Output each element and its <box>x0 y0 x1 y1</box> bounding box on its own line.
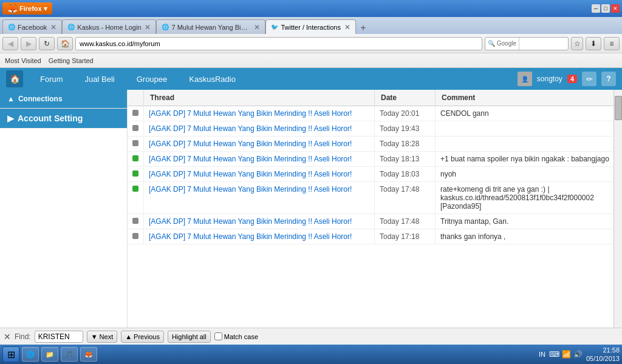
scrollbar-thumb[interactable] <box>615 96 622 120</box>
find-close-button[interactable]: ✕ <box>4 332 11 342</box>
table-row: [AGAK DP] 7 Mulut Hewan Yang Bikin Merin… <box>128 229 622 244</box>
row-thread-cell: [AGAK DP] 7 Mulut Hewan Yang Bikin Merin… <box>144 121 375 136</box>
scrollbar-track[interactable] <box>613 90 622 328</box>
thread-link[interactable]: [AGAK DP] 7 Mulut Hewan Yang Bikin Merin… <box>149 109 352 118</box>
thread-table: Thread Date Comment [AGAK DP] 7 Mulut He… <box>128 90 622 244</box>
kaskus-home-button[interactable]: 🏠 <box>6 70 23 87</box>
taskbar-lang: IN <box>539 351 545 358</box>
row-thread-cell: [AGAK DP] 7 Mulut Hewan Yang Bikin Merin… <box>144 167 375 182</box>
row-indicator-icon <box>132 140 138 146</box>
taskbar: ⊞ 🌐 📁 🎵 🦊 IN ⌨ 📶 🔊 21:58 05/10/2013 <box>0 345 622 364</box>
nav-bar: ◀ ▶ ↻ 🏠 🔍 Google ☆ ⬇ ≡ <box>0 34 622 53</box>
row-indicator-icon <box>132 155 138 161</box>
tab-facebook[interactable]: 🌐 Facebook ✕ <box>2 19 62 34</box>
download-button[interactable]: ⬇ <box>586 37 601 50</box>
tab-kaskus[interactable]: 🌐 Kaskus - Home Login ✕ <box>62 19 156 34</box>
row-indicator-icon <box>132 110 138 116</box>
kaskus-notification-badge[interactable]: 4 <box>567 75 577 83</box>
tab-facebook-icon: 🌐 <box>8 24 15 30</box>
url-bar[interactable] <box>75 37 482 50</box>
sidebar-item-connections[interactable]: ▲ Connections <box>0 90 127 109</box>
thread-link[interactable]: [AGAK DP] 7 Mulut Hewan Yang Bikin Merin… <box>149 185 352 194</box>
home-button[interactable]: 🏠 <box>57 37 73 50</box>
thread-table-wrapper[interactable]: Thread Date Comment [AGAK DP] 7 Mulut He… <box>128 90 622 328</box>
kaskus-help-button[interactable]: ? <box>601 72 616 86</box>
find-previous-label: Previous <box>134 333 160 340</box>
thread-link[interactable]: [AGAK DP] 7 Mulut Hewan Yang Bikin Merin… <box>149 155 352 163</box>
search-wrapper: 🔍 Google <box>485 37 569 50</box>
kaskus-nav-radio[interactable]: KaskusRadio <box>184 72 241 86</box>
find-highlight-button[interactable]: Highlight all <box>168 331 211 343</box>
kaskus-nav-jualbeli[interactable]: Jual Beli <box>80 72 120 86</box>
reload-button[interactable]: ↻ <box>39 37 55 50</box>
forward-button[interactable]: ▶ <box>21 37 36 50</box>
row-thread-cell: [AGAK DP] 7 Mulut Hewan Yang Bikin Merin… <box>144 152 375 167</box>
new-tab-button[interactable]: + <box>357 22 369 34</box>
most-visited-bookmark[interactable]: Most Visited <box>5 57 41 64</box>
find-matchcase-checkbox[interactable] <box>214 332 222 340</box>
find-input[interactable] <box>35 331 83 343</box>
kaskus-nav-forum[interactable]: Forum <box>35 72 68 86</box>
thread-link[interactable]: [AGAK DP] 7 Mulut Hewan Yang Bikin Merin… <box>149 217 352 226</box>
row-comment-cell: rate+komeng di trit ane ya gan :) | kask… <box>436 182 622 214</box>
row-indicator-cell <box>128 229 144 244</box>
tab-facebook-label: Facebook <box>18 24 47 31</box>
row-thread-cell: [AGAK DP] 7 Mulut Hewan Yang Bikin Merin… <box>144 214 375 229</box>
row-thread-cell: [AGAK DP] 7 Mulut Hewan Yang Bikin Merin… <box>144 106 375 121</box>
taskbar-app-ie[interactable]: 🌐 <box>22 347 39 362</box>
col-thread-header: Thread <box>144 90 375 106</box>
close-button[interactable]: ✕ <box>611 4 620 13</box>
back-button[interactable]: ◀ <box>2 37 18 50</box>
tab-twitter[interactable]: 🐦 Twitter / Interactions ✕ <box>265 19 355 34</box>
row-indicator-icon <box>132 170 138 177</box>
kaskus-username: songtoy <box>537 75 562 83</box>
content-area: ▲ Connections ▶ Account Setting Thread D… <box>0 90 622 328</box>
find-previous-button[interactable]: ▲ Previous <box>121 331 164 343</box>
windows-logo-icon: ⊞ <box>7 349 15 360</box>
tab-thread-label: 7 Mulut Hewan Yang Bikin... <box>171 24 250 31</box>
taskbar-date-display: 05/10/2013 <box>586 354 620 363</box>
table-row: [AGAK DP] 7 Mulut Hewan Yang Bikin Merin… <box>128 152 622 167</box>
firefox-menu-button[interactable]: 🦊 Firefox ▾ <box>2 2 52 15</box>
tab-thread-close-icon[interactable]: ✕ <box>254 23 260 32</box>
getting-started-bookmark[interactable]: Getting Started <box>49 57 94 64</box>
start-button[interactable]: ⊞ <box>2 346 19 362</box>
thread-link[interactable]: [AGAK DP] 7 Mulut Hewan Yang Bikin Merin… <box>149 124 352 133</box>
find-next-button[interactable]: ▼ Next <box>87 331 118 343</box>
find-matchcase-label[interactable]: Match case <box>214 332 258 340</box>
taskbar-app-media[interactable]: 🎵 <box>61 347 78 362</box>
kaskus-header: 🏠 Forum Jual Beli Groupee KaskusRadio 👤 … <box>0 68 622 90</box>
maximize-button[interactable]: □ <box>601 4 610 13</box>
tab-twitter-close-icon[interactable]: ✕ <box>344 23 350 32</box>
minimize-button[interactable]: ─ <box>592 4 600 13</box>
kaskus-avatar: 👤 <box>518 72 532 86</box>
row-indicator-icon <box>132 233 138 239</box>
kaskus-nav-groupee[interactable]: Groupee <box>132 72 173 86</box>
find-label: Find: <box>15 332 31 341</box>
nav-extra-button[interactable]: ☆ <box>571 37 583 50</box>
menu-button[interactable]: ≡ <box>604 37 620 50</box>
tab-thread[interactable]: 🌐 7 Mulut Hewan Yang Bikin... ✕ <box>156 19 265 34</box>
sidebar-account-setting-label: Account Setting <box>18 113 83 123</box>
row-date-cell: Today 20:01 <box>375 106 436 121</box>
row-date-cell: Today 17:48 <box>375 182 436 214</box>
thread-link[interactable]: [AGAK DP] 7 Mulut Hewan Yang Bikin Merin… <box>149 170 352 178</box>
row-indicator-cell <box>128 182 144 214</box>
kaskus-edit-button[interactable]: ✏ <box>582 72 596 86</box>
tab-twitter-icon: 🐦 <box>271 24 278 30</box>
row-comment-cell: thanks gan infonya , <box>436 229 622 244</box>
taskbar-app-firefox[interactable]: 🦊 <box>80 347 97 362</box>
thread-link[interactable]: [AGAK DP] 7 Mulut Hewan Yang Bikin Merin… <box>149 140 352 148</box>
row-comment-cell: nyoh <box>436 167 622 182</box>
tab-facebook-close-icon[interactable]: ✕ <box>50 23 56 32</box>
find-bar: ✕ Find: ▼ Next ▲ Previous Highlight all … <box>0 328 622 345</box>
search-input[interactable] <box>519 40 568 47</box>
sidebar-item-account-setting[interactable]: ▶ Account Setting <box>0 109 127 129</box>
row-thread-cell: [AGAK DP] 7 Mulut Hewan Yang Bikin Merin… <box>144 229 375 244</box>
tab-kaskus-close-icon[interactable]: ✕ <box>145 23 151 32</box>
thread-link[interactable]: [AGAK DP] 7 Mulut Hewan Yang Bikin Merin… <box>149 232 352 241</box>
row-date-cell: Today 18:03 <box>375 167 436 182</box>
title-bar: 🦊 Firefox ▾ ─ □ ✕ <box>0 0 622 17</box>
taskbar-app-explorer[interactable]: 📁 <box>41 347 58 362</box>
row-indicator-cell <box>128 214 144 229</box>
